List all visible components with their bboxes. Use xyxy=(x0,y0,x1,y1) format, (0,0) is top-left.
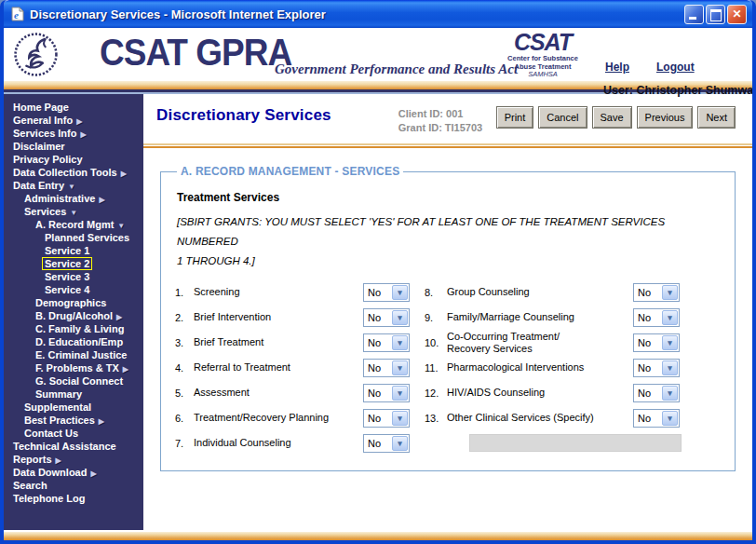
next-button[interactable]: Next xyxy=(697,106,736,129)
brief-treatment-select[interactable]: No xyxy=(363,333,410,352)
sidebar-item-a-record-mgmt[interactable]: A. Record Mgmt xyxy=(4,218,143,231)
sidebar-item-label: Summary xyxy=(35,388,82,400)
sidebar-item-administrative[interactable]: Administrative xyxy=(4,192,143,205)
sidebar-item-reports[interactable]: Reports xyxy=(4,453,143,466)
print-button[interactable]: Print xyxy=(496,106,534,129)
section-legend: A. RECORD MANAGEMENT - SERVICES xyxy=(177,165,403,178)
save-button[interactable]: Save xyxy=(592,106,632,129)
previous-button[interactable]: Previous xyxy=(637,106,694,129)
dropdown-arrow-icon xyxy=(662,386,678,401)
sidebar-item-label: Reports xyxy=(13,454,52,465)
sidebar-item-b-drug-alcohol[interactable]: B. Drug/Alcohol xyxy=(4,309,143,322)
sidebar-item-privacy-policy[interactable]: Privacy Policy xyxy=(4,153,143,166)
sidebar-item-telephone-log[interactable]: Telephone Log xyxy=(4,492,143,505)
service-label: Brief Intervention xyxy=(194,311,363,323)
submenu-arrow-icon xyxy=(90,469,96,478)
brief-intervention-select[interactable]: No xyxy=(363,308,410,327)
logout-link[interactable]: Logout xyxy=(656,61,695,74)
sidebar-item-planned-services[interactable]: Planned Services xyxy=(4,231,143,244)
hhs-eagle-logo xyxy=(13,32,59,77)
expanded-arrow-icon xyxy=(117,222,125,230)
sidebar-item-label: Search xyxy=(13,480,47,491)
app-header: CSAT GPRA Government Performance and Res… xyxy=(4,28,752,81)
hiv-aids-counseling-select[interactable]: No xyxy=(633,384,680,402)
sidebar-item-technical-assistance[interactable]: Technical Assistance xyxy=(4,440,143,453)
browser-window: e Discretionary Services - Microsoft Int… xyxy=(0,0,756,544)
minimize-button[interactable] xyxy=(684,5,704,24)
service-row: 2. Brief Intervention No 9. Family/Marri… xyxy=(175,305,723,330)
dropdown-arrow-icon xyxy=(392,285,408,300)
sidebar-item-data-collection-tools[interactable]: Data Collection Tools xyxy=(4,166,143,179)
sidebar-item-label: Best Practices xyxy=(24,415,95,426)
sidebar-item-label: Disclaimer xyxy=(13,141,65,152)
treatment-recovery-planning-select[interactable]: No xyxy=(363,409,410,428)
other-clinical-services-select[interactable]: No xyxy=(633,409,680,428)
sidebar-item-label-current: Service 2 xyxy=(42,257,92,270)
sidebar-item-label: Data Entry xyxy=(13,180,64,191)
group-counseling-select[interactable]: No xyxy=(633,283,680,302)
sidebar-item-e-criminal-justice[interactable]: E. Criminal Justice xyxy=(4,348,143,361)
service-number: 6. xyxy=(175,413,194,424)
select-value: No xyxy=(638,312,651,323)
referral-to-treatment-select[interactable]: No xyxy=(363,359,410,377)
service-number: 7. xyxy=(175,438,194,449)
dropdown-arrow-icon xyxy=(392,335,408,350)
service-number: 13. xyxy=(425,413,447,424)
submenu-arrow-icon xyxy=(99,196,104,204)
sidebar-item-data-entry[interactable]: Data Entry xyxy=(4,179,143,192)
sidebar-item-service-2[interactable]: Service 2 xyxy=(4,257,143,270)
svg-text:e: e xyxy=(14,9,19,20)
select-value: No xyxy=(368,413,381,424)
sidebar-item-label: C. Family & Living xyxy=(35,323,124,334)
service-label: Co-Occurring Treatment/ Recovery Service… xyxy=(447,331,633,355)
service-row: 7. Individual Counseling No xyxy=(175,430,723,456)
assessment-select[interactable]: No xyxy=(363,384,410,402)
sidebar-item-services[interactable]: Services xyxy=(4,205,143,218)
sidebar-item-d-education-emp[interactable]: D. Education/Emp xyxy=(4,335,143,348)
pharmacological-interventions-select[interactable]: No xyxy=(633,359,680,377)
sidebar-item-service-1[interactable]: Service 1 xyxy=(4,244,143,257)
sidebar-item-label: Supplemental xyxy=(24,401,91,413)
sidebar-item-f-problems-tx[interactable]: F. Problems & TX xyxy=(4,361,143,374)
sidebar-item-disclaimer[interactable]: Disclaimer xyxy=(4,140,143,153)
select-value: No xyxy=(638,337,651,348)
sidebar-item-best-practices[interactable]: Best Practices xyxy=(4,414,143,427)
sidebar-item-service-3[interactable]: Service 3 xyxy=(4,270,143,283)
sidebar-item-summary[interactable]: Summary xyxy=(4,388,143,401)
select-value: No xyxy=(638,362,651,374)
sidebar-item-general-info[interactable]: General Info xyxy=(4,114,143,127)
sidebar-item-search[interactable]: Search xyxy=(4,479,143,492)
service-number: 3. xyxy=(175,337,194,348)
close-button[interactable] xyxy=(727,5,747,24)
sidebar-item-contact-us[interactable]: Contact Us xyxy=(4,427,143,440)
sbirt-note: [SBIRT GRANTS: YOU MUST SELECT 'YES' FOR… xyxy=(177,212,723,271)
csat-logo-acronym: CSAT xyxy=(503,31,583,54)
service-label: HIV/AIDS Counseling xyxy=(447,387,633,399)
sidebar-item-g-social-connect[interactable]: G. Social Connect xyxy=(4,374,143,388)
service-number: 11. xyxy=(425,362,447,374)
page-title: Discretionary Services xyxy=(156,106,331,125)
sidebar-item-home-page[interactable]: Home Page xyxy=(4,101,143,114)
sidebar-item-supplemental[interactable]: Supplemental xyxy=(4,401,143,414)
service-label: Treatment/Recovery Planning xyxy=(194,412,363,424)
family-marriage-counseling-select[interactable]: No xyxy=(633,308,680,327)
csat-center-logo: CSAT Center for Substance Abuse Treatmen… xyxy=(503,31,583,78)
sidebar-item-data-download[interactable]: Data Download xyxy=(4,466,143,479)
sidebar-item-label: General Info xyxy=(13,115,73,126)
help-link[interactable]: Help xyxy=(605,61,629,74)
sidebar-item-service-4[interactable]: Service 4 xyxy=(4,283,143,296)
maximize-button[interactable] xyxy=(706,5,725,24)
csat-logo-line2: Abuse Treatment xyxy=(503,63,583,71)
sidebar-item-c-family-living[interactable]: C. Family & Living xyxy=(4,322,143,335)
sidebar-item-services-info[interactable]: Services Info xyxy=(4,127,143,140)
service-row: 3. Brief Treatment No 10. Co-Occurring T… xyxy=(175,330,723,355)
screening-select[interactable]: No xyxy=(363,283,410,302)
service-label: Pharmacological Interventions xyxy=(447,361,633,374)
cancel-button[interactable]: Cancel xyxy=(538,106,587,129)
co-occurring-treatment-select[interactable]: No xyxy=(633,333,680,352)
sidebar-item-demographics[interactable]: Demographics xyxy=(4,296,143,309)
individual-counseling-select[interactable]: No xyxy=(363,434,410,453)
sidebar-item-label: Privacy Policy xyxy=(13,154,83,165)
dropdown-arrow-icon xyxy=(392,360,408,375)
dropdown-arrow-icon xyxy=(392,310,408,325)
